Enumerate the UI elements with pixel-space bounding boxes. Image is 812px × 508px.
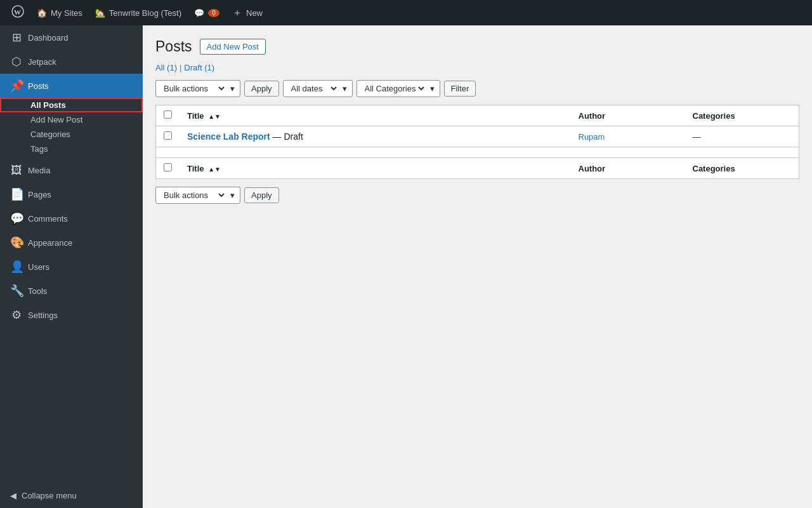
sidebar-categories[interactable]: Categories xyxy=(0,127,143,142)
bulk-actions-bottom-select[interactable]: Bulk actions Edit Move to Trash xyxy=(161,190,226,201)
category-select[interactable]: All Categories xyxy=(362,83,426,94)
row-checkbox[interactable] xyxy=(164,131,172,140)
settings-icon: ⚙ xyxy=(10,308,23,322)
table-header-row: Title ▲▼ Author Categories xyxy=(156,105,799,126)
filter-draft-count: (1) xyxy=(204,63,214,72)
select-all-checkbox[interactable] xyxy=(164,110,172,119)
my-sites-button[interactable]: 🏠 My Sites xyxy=(30,0,89,25)
apply-button-bottom[interactable]: Apply xyxy=(244,187,279,203)
page-header: Posts Add New Post xyxy=(155,38,799,55)
sidebar-item-users[interactable]: 👤 Users xyxy=(0,255,143,279)
apply-button-top[interactable]: Apply xyxy=(244,81,279,97)
sidebar-media-label: Media xyxy=(28,166,50,175)
date-select[interactable]: All dates xyxy=(289,83,339,94)
sidebar-users-label: Users xyxy=(28,262,49,272)
sidebar-all-posts[interactable]: All Posts xyxy=(0,98,143,112)
header-title-cell: Title ▲▼ xyxy=(180,105,571,126)
posts-icon: 📌 xyxy=(10,79,23,93)
sidebar-item-pages[interactable]: 📄 Pages xyxy=(0,182,143,206)
post-title-link[interactable]: Science Lab Report — Draft xyxy=(187,131,303,142)
row-title-cell: Science Lab Report — Draft xyxy=(180,126,571,147)
tags-label: Tags xyxy=(30,144,48,154)
bulk-actions-bottom-select-wrapper[interactable]: Bulk actions Edit Move to Trash ▾ xyxy=(155,187,240,204)
comments-icon: 💬 xyxy=(194,8,204,18)
post-title-text: Science Lab Report xyxy=(187,131,270,142)
filter-draft-label: Draft xyxy=(184,63,202,72)
admin-bar: W 🏠 My Sites 🏡 Tenwrite Blog (Test) 💬 0 … xyxy=(0,0,812,25)
table-row: Science Lab Report — Draft Rupam — xyxy=(156,126,799,147)
row-author-cell: Rupam xyxy=(571,126,685,147)
filter-draft-link[interactable]: Draft (1) xyxy=(184,63,214,72)
header-author-cell: Author xyxy=(571,105,685,126)
footer-title-cell: Title ▲▼ xyxy=(180,158,571,179)
add-new-post-button[interactable]: Add New Post xyxy=(200,39,266,55)
post-categories-value: — xyxy=(693,132,701,142)
media-icon: 🖼 xyxy=(10,164,23,177)
comments-count: 0 xyxy=(208,9,219,17)
wp-logo-icon: W xyxy=(11,5,24,21)
category-chevron-icon: ▾ xyxy=(430,84,435,93)
category-filter-wrapper[interactable]: All Categories ▾ xyxy=(357,80,440,97)
sidebar-item-posts[interactable]: 📌 Posts xyxy=(0,74,143,98)
footer-author-cell: Author xyxy=(571,158,685,179)
all-posts-label: All Posts xyxy=(30,100,66,110)
posts-submenu: All Posts Add New Post Categories Tags xyxy=(0,98,143,156)
my-sites-icon: 🏠 xyxy=(37,8,47,18)
my-sites-label: My Sites xyxy=(51,8,82,18)
bulk-actions-select-wrapper[interactable]: Bulk actions Edit Move to Trash ▾ xyxy=(155,80,240,97)
appearance-icon: 🎨 xyxy=(10,236,23,250)
sidebar-tags[interactable]: Tags xyxy=(0,142,143,156)
filter-separator: | xyxy=(180,63,181,72)
new-content-button[interactable]: ＋ New xyxy=(226,0,269,25)
footer-select-all-checkbox[interactable] xyxy=(164,163,172,171)
sidebar-item-tools[interactable]: 🔧 Tools xyxy=(0,279,143,303)
footer-title-sort-link[interactable]: Title ▲▼ xyxy=(187,164,221,173)
svg-text:W: W xyxy=(14,8,21,16)
filter-button[interactable]: Filter xyxy=(444,81,476,97)
filter-all-count: (1) xyxy=(167,63,177,72)
footer-categories-col-label: Categories xyxy=(693,164,735,173)
sidebar-jetpack-label: Jetpack xyxy=(28,57,56,67)
sidebar-item-comments[interactable]: 💬 Comments xyxy=(0,206,143,231)
comments-sidebar-icon: 💬 xyxy=(10,211,23,225)
comments-button[interactable]: 💬 0 xyxy=(188,0,226,25)
sidebar-dashboard-label: Dashboard xyxy=(28,33,69,43)
filter-all-link[interactable]: All (1) xyxy=(155,63,177,72)
row-categories-cell: — xyxy=(685,126,799,147)
sidebar: ⊞ Dashboard ⬡ Jetpack 📌 Posts All Posts … xyxy=(0,25,143,508)
chevron-down-icon: ▾ xyxy=(230,84,235,93)
sidebar-settings-label: Settings xyxy=(28,311,58,320)
site-name-label: Tenwrite Blog (Test) xyxy=(109,8,181,18)
new-label: New xyxy=(246,8,263,18)
sidebar-item-settings[interactable]: ⚙ Settings xyxy=(0,303,143,327)
categories-label: Categories xyxy=(30,130,70,139)
bulk-actions-select[interactable]: Bulk actions Edit Move to Trash xyxy=(161,83,226,94)
home-icon: 🏡 xyxy=(95,8,105,18)
sidebar-add-new-post[interactable]: Add New Post xyxy=(0,112,143,127)
table-row-spacer xyxy=(156,147,799,158)
filter-all-label: All xyxy=(155,63,164,72)
post-status-text: — Draft xyxy=(273,131,303,142)
date-filter-wrapper[interactable]: All dates ▾ xyxy=(283,80,353,97)
sidebar-appearance-label: Appearance xyxy=(28,238,72,248)
plus-icon: ＋ xyxy=(232,6,242,20)
sort-icon: ▲▼ xyxy=(208,113,221,120)
wp-logo-button[interactable]: W xyxy=(5,0,30,25)
tools-icon: 🔧 xyxy=(10,284,23,298)
site-name-button[interactable]: 🏡 Tenwrite Blog (Test) xyxy=(89,0,188,25)
sidebar-item-jetpack[interactable]: ⬡ Jetpack xyxy=(0,50,143,74)
dashboard-icon: ⊞ xyxy=(10,30,23,44)
top-toolbar: Bulk actions Edit Move to Trash ▾ Apply … xyxy=(155,80,799,97)
collapse-menu-button[interactable]: ◀ Collapse menu xyxy=(0,483,143,508)
sidebar-pages-label: Pages xyxy=(28,190,51,199)
title-sort-link[interactable]: Title ▲▼ xyxy=(187,111,221,121)
post-author-link[interactable]: Rupam xyxy=(579,132,605,142)
sidebar-item-dashboard[interactable]: ⊞ Dashboard xyxy=(0,25,143,50)
sidebar-item-media[interactable]: 🖼 Media xyxy=(0,159,143,182)
add-new-post-label: Add New Post xyxy=(30,115,82,124)
footer-categories-cell: Categories xyxy=(685,158,799,179)
sidebar-item-appearance[interactable]: 🎨 Appearance xyxy=(0,231,143,255)
footer-author-col-label: Author xyxy=(579,164,606,173)
title-col-label: Title xyxy=(187,111,204,121)
date-chevron-icon: ▾ xyxy=(343,84,347,93)
